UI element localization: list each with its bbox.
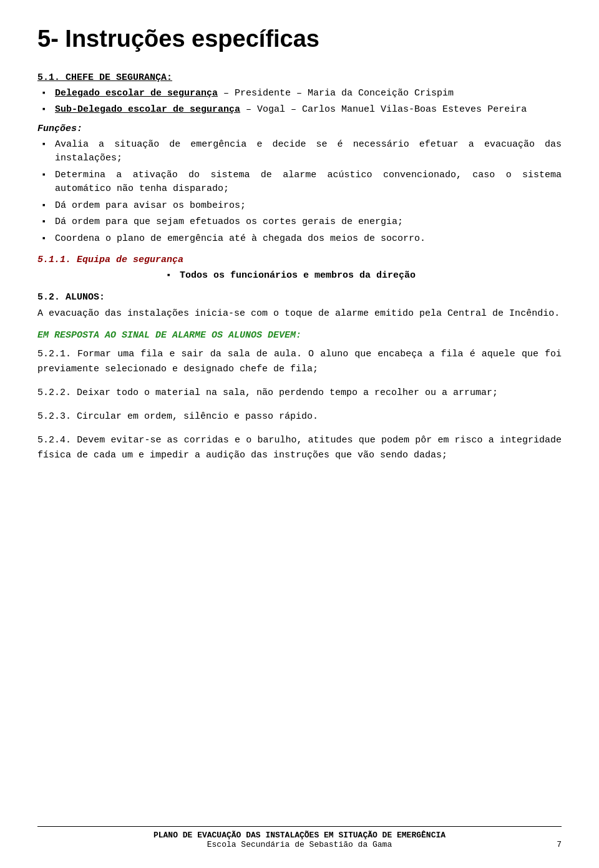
section-51-leaders: Delegado escolar de segurança – Presiden… (37, 87, 562, 117)
item-521: 5.2.1. Formar uma fila e sair da sala de… (37, 347, 562, 377)
alunos-intro: A evacuação das instalações inicia-se co… (37, 306, 562, 321)
bullet1-prefix: Delegado escolar de segurança (55, 88, 218, 99)
item-522-num: 5.2.2. (37, 388, 77, 398)
list-item: Coordena o plano de emergência até à che… (37, 232, 562, 246)
item-524-text: Devem evitar-se as corridas e o barulho,… (37, 435, 562, 461)
list-item: Dá ordem para avisar os bombeiros; (37, 199, 562, 213)
list-item: Delegado escolar de segurança – Presiden… (37, 87, 562, 101)
item-524-num: 5.2.4. (37, 435, 77, 446)
section-52: 5.2. ALUNOS: A evacuação das instalações… (37, 292, 562, 463)
bullet2-suffix: – Vogal – Carlos Manuel Vilas-Boas Estev… (240, 104, 527, 115)
item-523: 5.2.3. Circular em ordem, silêncio e pas… (37, 409, 562, 424)
footer-bottom-text: Escola Secundária de Sebastião da Gama (37, 840, 562, 849)
list-item: Todos os funcionários e membros da direç… (162, 269, 562, 283)
funcoes-list: Avalia a situação de emergência e decide… (37, 138, 562, 246)
funcoes-label: Funções: (37, 124, 562, 134)
subsection-511-content: Todos os funcionários e membros da direç… (37, 269, 562, 283)
bullet1-suffix: – Presidente – Maria da Conceição Crispi… (218, 88, 454, 99)
em-resposta-heading: EM RESPOSTA AO SINAL DE ALARME OS ALUNOS… (37, 330, 562, 341)
footer-top-text: PLANO DE EVACUAÇÃO DAS INSTALAÇÕES EM SI… (37, 826, 562, 840)
list-item: Dá ordem para que sejam efetuados os cor… (37, 215, 562, 230)
item-523-num: 5.2.3. (37, 411, 77, 422)
footer-page-number: 7 (557, 840, 562, 849)
subsection-511-list: Todos os funcionários e membros da direç… (162, 269, 562, 283)
bullet2-prefix: Sub-Delegado escolar de segurança (55, 104, 240, 115)
section-51: 5.1. CHEFE DE SEGURANÇA: Delegado escola… (37, 72, 562, 246)
list-item: Determina a ativação do sistema de alarm… (37, 168, 562, 197)
footer: PLANO DE EVACUAÇÃO DAS INSTALAÇÕES EM SI… (0, 826, 599, 849)
section-52-heading: 5.2. ALUNOS: (37, 292, 562, 303)
item-522: 5.2.2. Deixar todo o material na sala, n… (37, 386, 562, 401)
item-522-text: Deixar todo o material na sala, não perd… (77, 388, 498, 398)
subsection-511-heading: 5.1.1. Equipa de segurança (37, 255, 562, 265)
list-item: Avalia a situação de emergência e decide… (37, 138, 562, 166)
list-item: Sub-Delegado escolar de segurança – Voga… (37, 103, 562, 117)
section-511: 5.1.1. Equipa de segurança Todos os func… (37, 255, 562, 283)
item-524: 5.2.4. Devem evitar-se as corridas e o b… (37, 433, 562, 463)
section-51-heading: 5.1. CHEFE DE SEGURANÇA: (37, 72, 562, 83)
item-521-text: Formar uma fila e sair da sala de aula. … (37, 349, 562, 374)
item-523-text: Circular em ordem, silêncio e passo rápi… (77, 411, 318, 422)
equipa-bullet: Todos os funcionários e membros da direç… (180, 270, 416, 281)
page-title: 5- Instruções específicas (37, 25, 562, 54)
item-521-num: 5.2.1. (37, 349, 77, 359)
